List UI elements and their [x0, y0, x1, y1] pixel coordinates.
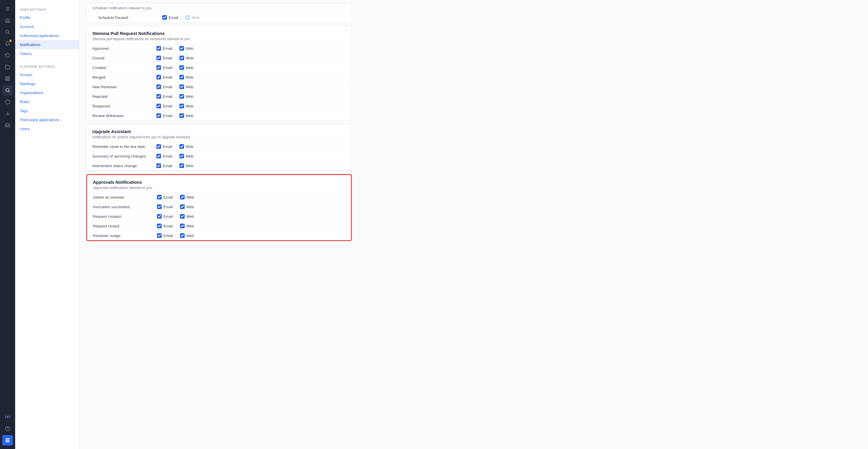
sidebar-item-organizations[interactable]: Organizations — [15, 88, 79, 97]
sidebar-item-third-party[interactable]: Third-party applications — [15, 115, 79, 124]
upgrade-intervention-row: Intervention status change: Email Web — [87, 161, 351, 170]
approvals-section-header: Approvals Notifications Approvals notifi… — [87, 175, 351, 192]
menu-icon[interactable]: ☰ — [2, 3, 13, 14]
schedule-paused-web-checkbox[interactable] — [185, 15, 190, 20]
approvals-addedreviewer-web-cb[interactable] — [180, 195, 185, 199]
history-icon[interactable] — [2, 50, 13, 61]
approvals-reqcreated-email-cb[interactable] — [157, 214, 162, 219]
chart-icon[interactable] — [2, 108, 13, 119]
schedule-paused-email-checkbox[interactable] — [162, 15, 167, 20]
sidebar-item-authorized-applications[interactable]: Authorized applications — [15, 31, 79, 40]
help-icon[interactable] — [2, 423, 13, 434]
svg-point-11 — [7, 416, 8, 418]
upgrade-reminder-web-cb[interactable] — [179, 144, 184, 149]
sidebar-item-groups[interactable]: Groups — [15, 70, 79, 79]
svg-point-0 — [6, 30, 9, 33]
stemma-newreviewer-web-cb[interactable] — [179, 85, 184, 89]
upgrade-intervention-email-cb[interactable] — [156, 163, 161, 168]
integration-icon[interactable] — [2, 412, 13, 422]
stemma-closed-email-cb[interactable] — [156, 56, 161, 60]
search-icon[interactable] — [2, 27, 13, 37]
user-settings-label: USER SETTINGS — [15, 6, 79, 13]
stemma-created-row: Created: Email Web — [87, 63, 351, 72]
approvals-request-created-row: Request created: Email Web — [87, 212, 351, 221]
stemma-merged-row: Merged: Email Web — [87, 72, 351, 82]
stemma-newreviewer-email-cb[interactable] — [156, 85, 161, 89]
sidebar-item-markings[interactable]: Markings — [15, 79, 79, 88]
stemma-withdrawn-web-cb[interactable] — [179, 113, 184, 118]
stemma-rejected-web-cb[interactable] — [179, 94, 184, 99]
stemma-section-header: Stemma Pull Request Notifications Stemma… — [87, 26, 351, 43]
upgrade-intervention-web-cb[interactable] — [179, 163, 184, 168]
upgrade-section-header: Upgrade Assistant Notifications for acti… — [87, 124, 351, 141]
sidebar-item-tags[interactable]: Tags — [15, 106, 79, 115]
stemma-closed-web-cb[interactable] — [179, 56, 184, 60]
icon-sidebar: ☰ — [0, 0, 15, 449]
stemma-merged-email-cb[interactable] — [156, 75, 161, 79]
inbox-icon[interactable] — [2, 120, 13, 130]
bell-badge — [9, 40, 12, 42]
stemma-merged-web-cb[interactable] — [179, 75, 184, 79]
stemma-title: Stemma Pull Request Notifications — [92, 31, 346, 36]
stemma-created-email-cb[interactable] — [156, 65, 161, 70]
stemma-created-web-cb[interactable] — [179, 65, 184, 70]
sidebar-item-tokens[interactable]: Tokens — [15, 49, 79, 58]
sidebar-item-roles[interactable]: Roles — [15, 97, 79, 106]
box-icon[interactable] — [2, 97, 13, 107]
bell-icon[interactable] — [2, 38, 13, 49]
approvals-nudge-email-cb[interactable] — [157, 233, 162, 238]
svg-rect-16 — [5, 442, 10, 442]
stemma-reopened-row: Reopened: Email Web — [87, 101, 351, 110]
upgrade-summary-web-cb[interactable] — [179, 154, 184, 158]
stack-icon[interactable] — [2, 435, 13, 446]
sidebar-item-account[interactable]: Account — [15, 22, 79, 31]
stemma-reopened-web-cb[interactable] — [179, 104, 184, 108]
stemma-approved-web-cb[interactable] — [179, 46, 184, 51]
stemma-rejected-email-cb[interactable] — [156, 94, 161, 99]
svg-rect-2 — [5, 76, 7, 78]
main-content: Scheduler notifications relevant to you.… — [79, 0, 868, 449]
approvals-added-reviewer-row: Added as reviewer: Email Web — [87, 192, 351, 202]
upgrade-summary-row: Summary of upcoming changes: Email Web — [87, 151, 351, 161]
svg-line-1 — [8, 33, 10, 34]
platform-settings-label: PLATFORM SETTINGS — [15, 63, 79, 70]
upgrade-desc: Notifications for actions required from … — [92, 135, 346, 139]
sidebar-item-users[interactable]: Users — [15, 124, 79, 133]
schedule-paused-email-group: Email — [162, 15, 178, 20]
stemma-rejected-row: Rejected: Email Web — [87, 91, 351, 101]
svg-rect-5 — [8, 79, 10, 81]
stemma-section: Stemma Pull Request Notifications Stemma… — [86, 26, 352, 121]
approvals-title: Approvals Notifications — [93, 180, 345, 185]
approvals-reviewer-nudge-row: Reviewer nudge: Email Web — [87, 231, 351, 240]
grid-icon[interactable] — [2, 73, 13, 84]
approvals-reqcreated-web-cb[interactable] — [180, 214, 185, 219]
approvals-reqclosed-web-cb[interactable] — [180, 224, 185, 228]
approvals-desc: Approvals notifications relevant to you. — [93, 186, 345, 190]
email-label: Email — [169, 15, 178, 20]
search2-icon[interactable] — [2, 85, 13, 96]
approvals-nudge-web-cb[interactable] — [180, 233, 185, 238]
home-icon[interactable] — [2, 15, 13, 26]
stemma-reopened-email-cb[interactable] — [156, 104, 161, 108]
sidebar-item-profile[interactable]: Profile — [15, 13, 79, 22]
web-label: Web — [186, 46, 194, 51]
stemma-closed-row: Closed: Email Web — [87, 53, 351, 63]
sidebar-item-notifications[interactable]: Notifications — [15, 40, 79, 49]
stemma-approved-email-cb[interactable] — [156, 46, 161, 51]
approvals-invocation-web-cb[interactable] — [180, 204, 185, 209]
stemma-approved-row: Approved: Email Web — [87, 43, 351, 53]
stemma-review-withdrawn-row: Review Withdrawn: Email Web — [87, 110, 351, 120]
approvals-section: Approvals Notifications Approvals notifi… — [86, 174, 352, 241]
approvals-invocation-email-cb[interactable] — [157, 204, 162, 209]
folder-icon[interactable] — [2, 62, 13, 72]
stemma-withdrawn-email-cb[interactable] — [156, 113, 161, 118]
approvals-reqclosed-email-cb[interactable] — [157, 224, 162, 228]
upgrade-reminder-row: Reminder close to the due date: Email We… — [87, 141, 351, 151]
approvals-addedreviewer-email-cb[interactable] — [157, 195, 162, 199]
svg-rect-3 — [8, 76, 10, 78]
svg-rect-15 — [5, 440, 10, 441]
upgrade-summary-email-cb[interactable] — [156, 154, 161, 158]
svg-rect-4 — [5, 79, 7, 81]
upgrade-reminder-email-cb[interactable] — [156, 144, 161, 149]
schedule-paused-label: Schedule Paused: — [98, 15, 162, 20]
